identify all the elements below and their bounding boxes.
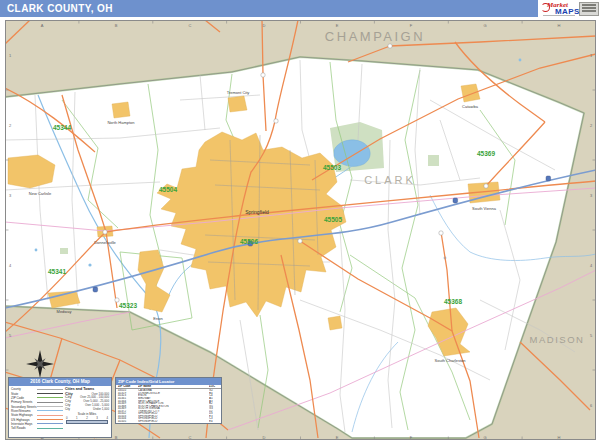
svg-text:C: C — [189, 23, 192, 28]
svg-text:D: D — [263, 435, 266, 440]
town-label: North Hampton — [107, 120, 134, 125]
legend-line-toll — [37, 428, 63, 429]
legend-line-us-hwy — [37, 419, 63, 420]
svg-text:C: C — [189, 435, 192, 440]
legend-line-samples: County State ZIP Code Primary Streets Se… — [11, 387, 63, 430]
interstate-shield-icon — [546, 176, 551, 181]
scale-bar: Scale in Miles 01234 — [65, 412, 109, 424]
zip-label: 45504 — [159, 186, 177, 193]
town-label: Medway — [57, 309, 72, 314]
zip-label: 45503 — [323, 164, 341, 171]
svg-text:A: A — [41, 23, 44, 28]
guarantee-badge — [579, 2, 599, 16]
scale-bar-graphic — [66, 420, 108, 424]
interstate-shield-icon — [453, 198, 458, 203]
svg-text:B: B — [115, 435, 118, 440]
window-title-bar: CLARK COUNTY, OH — [0, 0, 538, 17]
logo-tagline-bar — [543, 15, 575, 16]
zip-label: 45341 — [48, 268, 66, 275]
svg-text:B: B — [115, 23, 118, 28]
zip-code-index: ZIP Code Index/Grid Locator ZIP CodeZIP … — [115, 377, 222, 424]
interstate-shield-icon — [93, 287, 98, 292]
map-legend: 2016 Clark County, OH Map County State Z… — [8, 377, 112, 438]
legend-title: 2016 Clark County, OH Map — [9, 378, 111, 386]
county-label-madison: MADISON — [530, 334, 585, 345]
svg-text:G: G — [483, 435, 486, 440]
town-label: Tremont City — [227, 90, 250, 95]
legend-line-river — [37, 410, 63, 411]
svg-text:H: H — [558, 23, 561, 28]
town-label: Springfield — [245, 209, 269, 215]
zip-index-title: ZIP Code Index/Grid Locator — [116, 378, 221, 385]
legend-line-county — [37, 389, 63, 390]
town-label: South Vienna — [472, 206, 497, 211]
zip-label: 45368 — [444, 298, 462, 305]
page-title: CLARK COUNTY, OH — [0, 0, 538, 17]
svg-text:E: E — [336, 23, 339, 28]
svg-text:G: G — [483, 23, 486, 28]
page: CLARK COUNTY, OH Market MAPS — [0, 0, 600, 442]
county-label-champaign: CHAMPAIGN — [325, 29, 425, 44]
town-label: Catawba — [462, 104, 479, 109]
town-label: New Carlisle — [29, 191, 52, 196]
svg-text:D: D — [263, 23, 266, 28]
legend-line-interstate — [37, 423, 63, 424]
town-label: South Charleston — [435, 358, 466, 363]
zip-label: 45506 — [240, 238, 258, 245]
table-row: 45506SPRINGFIELDD4 — [116, 423, 221, 425]
zip-label: 45505 — [324, 216, 342, 223]
legend-line-secondary — [37, 406, 63, 407]
legend-line-state-hwy — [37, 415, 63, 416]
svg-text:E: E — [336, 435, 339, 440]
legend-line-zip — [37, 397, 63, 398]
zip-label: 45323 — [119, 302, 137, 309]
marketmaps-logo: Market MAPS — [541, 1, 577, 17]
svg-text:H: H — [558, 435, 561, 440]
zip-label: 45369 — [477, 150, 495, 157]
highway-shield-icon — [103, 230, 107, 234]
zip-label: 45344 — [53, 124, 71, 131]
legend-cities-column: Cities and Towns CityOver 100,000 CityOv… — [63, 387, 109, 430]
highway-shield-icon — [274, 119, 278, 123]
town-label: Donnelsville — [94, 240, 116, 245]
legend-line-primary — [37, 402, 63, 403]
legend-line-state — [37, 393, 63, 394]
reservoir-lake — [334, 140, 370, 167]
town-label: Enon — [153, 316, 162, 321]
county-label-clark: CLARK — [364, 174, 416, 186]
